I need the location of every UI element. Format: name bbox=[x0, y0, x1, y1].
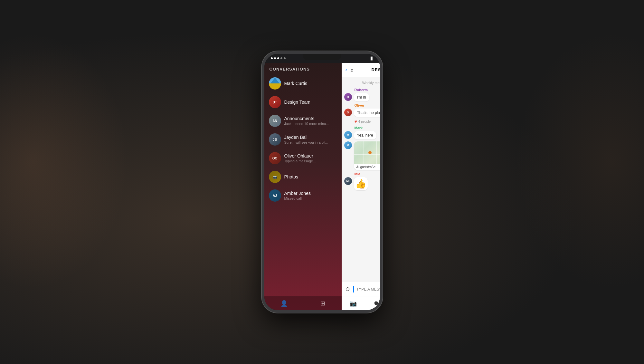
message-group-roberta: Roberta R I'm in bbox=[344, 88, 380, 101]
avatar-mark-location: M bbox=[344, 141, 352, 149]
chat-messages: Weekly meeting Roberta R I'm in O bbox=[342, 77, 380, 282]
chat-title: DESIGN TEAM bbox=[357, 67, 380, 72]
mark-avatar-letter: M bbox=[344, 131, 352, 139]
battery-icon: ▊ bbox=[371, 57, 373, 60]
phone-content: CONVERSATIONS Mark Curtis bbox=[264, 63, 380, 310]
conversation-item-amber-jones[interactable]: AJ Amber Jones Missed call bbox=[264, 186, 342, 205]
conversation-item-photos[interactable]: 📷 Photos bbox=[264, 168, 342, 186]
avatar-jayden-ball: JB bbox=[269, 133, 281, 146]
phone-wrapper: 19:07 ▊ CONVERSATIONS Mark Curtis bbox=[245, 27, 399, 337]
message-bubble-roberta: I'm in bbox=[354, 93, 369, 101]
avatar-amber-jones: AJ bbox=[269, 189, 281, 202]
map-pin bbox=[368, 151, 372, 154]
status-icons: ▊ bbox=[371, 57, 373, 60]
map-label: Auguststraße bbox=[354, 164, 380, 170]
oliver-avatar-text: OO bbox=[269, 152, 281, 164]
message-row-roberta: R I'm in bbox=[344, 93, 380, 101]
left-panel: CONVERSATIONS Mark Curtis bbox=[264, 63, 342, 310]
conv-name-mark-curtis: Mark Curtis bbox=[284, 81, 337, 86]
map-line-h1 bbox=[354, 148, 380, 148]
conversations-header: CONVERSATIONS bbox=[264, 63, 342, 74]
message-group-oliver: Oliver O That's the plan people bbox=[344, 103, 380, 117]
dot-4 bbox=[280, 57, 282, 59]
avatar-mark: M bbox=[344, 131, 352, 139]
conv-info-oliver-ohlauer: Oliver Ohlauer Typing a message... bbox=[284, 153, 337, 163]
jayden-avatar-text: JB bbox=[269, 133, 281, 146]
conv-name-oliver-ohlauer: Oliver Ohlauer bbox=[284, 153, 337, 158]
conv-preview-amber-jones: Missed call bbox=[284, 196, 337, 200]
sender-name-mark: Mark bbox=[344, 126, 380, 130]
conv-info-mark-curtis: Mark Curtis bbox=[284, 81, 337, 86]
sender-name-oliver: Oliver bbox=[344, 103, 380, 107]
dot-1 bbox=[271, 57, 273, 59]
reaction-count: 4 people bbox=[358, 120, 371, 123]
conv-name-design-team: Design Team bbox=[284, 100, 337, 105]
message-row-mark: M Yes, here bbox=[344, 131, 380, 139]
conversation-list: Mark Curtis DT Design Team bbox=[264, 74, 342, 296]
back-button[interactable]: ‹ bbox=[346, 67, 347, 73]
message-bubble-oliver: That's the plan people bbox=[354, 109, 380, 117]
record-tab-icon[interactable]: ⏺ bbox=[374, 300, 379, 307]
message-group-mia: Mia Mi 👍 bbox=[344, 172, 380, 190]
person-tab-icon[interactable]: 👤 bbox=[280, 300, 288, 307]
conv-info-photos: Photos bbox=[284, 174, 337, 179]
avatar-oliver: O bbox=[344, 109, 352, 116]
conv-preview-announcements: Jack: I need 10 more minu... bbox=[284, 122, 337, 126]
message-group-mark: Mark M Yes, here bbox=[344, 126, 380, 139]
conversation-item-announcements[interactable]: AN Announcments Jack: I need 10 more min… bbox=[264, 111, 342, 130]
roberta-avatar-letter: R bbox=[344, 93, 352, 101]
left-tab-bar: 👤 ⊞ bbox=[264, 296, 342, 310]
input-divider bbox=[353, 286, 354, 292]
sender-name-mia: Mia bbox=[344, 172, 380, 176]
avatar-design-team: DT bbox=[269, 96, 281, 108]
location-bubble[interactable]: Auguststraße bbox=[354, 141, 380, 170]
signal-dots bbox=[271, 57, 286, 59]
camera-tab-icon[interactable]: 📷 bbox=[350, 300, 357, 307]
emoji-button[interactable]: ☺ bbox=[345, 286, 351, 292]
chat-input-bar: ☺ bbox=[342, 282, 380, 296]
conv-info-announcements: Announcments Jack: I need 10 more minu..… bbox=[284, 116, 337, 126]
conv-info-design-team: Design Team bbox=[284, 100, 337, 105]
design-team-avatar-text: DT bbox=[269, 96, 281, 108]
avatar-mia: Mi bbox=[344, 177, 352, 185]
oliver-avatar-letter: O bbox=[344, 109, 352, 116]
conversation-item-jayden-ball[interactable]: JB Jayden Ball Sure, I will see you in a… bbox=[264, 130, 342, 149]
system-message-weekly: Weekly meeting bbox=[344, 80, 380, 86]
dot-5 bbox=[284, 57, 286, 59]
map-line-v1 bbox=[364, 141, 364, 164]
search-button[interactable]: ⌕ bbox=[350, 67, 354, 73]
map-image bbox=[354, 141, 380, 164]
photos-avatar-text: 📷 bbox=[269, 171, 281, 183]
conv-name-photos: Photos bbox=[284, 174, 337, 179]
message-bubble-mia: 👍 bbox=[354, 177, 368, 190]
avatar-photos: 📷 bbox=[269, 171, 281, 183]
conv-name-amber-jones: Amber Jones bbox=[284, 191, 337, 196]
ann-avatar-text: AN bbox=[269, 115, 281, 127]
grid-tab-icon[interactable]: ⊞ bbox=[320, 300, 325, 307]
right-tab-bar: 📷 ⏺ ≡ bbox=[342, 296, 380, 310]
map-line-v2 bbox=[376, 141, 377, 164]
right-panel: ‹ ⌕ DESIGN TEAM Weekly meeting Roberta R bbox=[342, 63, 380, 310]
conversation-item-oliver-ohlauer[interactable]: OO Oliver Ohlauer Typing a message... bbox=[264, 149, 342, 168]
amber-avatar-text: AJ bbox=[269, 189, 281, 202]
map-line-h2 bbox=[354, 154, 380, 155]
avatar-oliver-ohlauer: OO bbox=[269, 152, 281, 164]
map-line-h3 bbox=[354, 161, 380, 161]
mark-avatar-letter-2: M bbox=[344, 141, 352, 149]
message-input[interactable] bbox=[356, 287, 380, 292]
dot-2 bbox=[274, 57, 276, 59]
message-row-oliver: O That's the plan people bbox=[344, 109, 380, 117]
conv-name-announcements: Announcments bbox=[284, 116, 337, 121]
message-row-location: M bbox=[344, 141, 380, 170]
conv-info-amber-jones: Amber Jones Missed call bbox=[284, 191, 337, 200]
heart-reaction: ♥ 4 people bbox=[344, 119, 380, 124]
mia-avatar-letter: Mi bbox=[344, 177, 352, 185]
heart-icon: ♥ bbox=[355, 119, 357, 124]
conversation-item-design-team[interactable]: DT Design Team bbox=[264, 93, 342, 111]
conv-preview-jayden-ball: Sure, I will see you in a bit... bbox=[284, 140, 337, 144]
message-bubble-mark: Yes, here bbox=[354, 131, 376, 139]
conversation-item-mark-curtis[interactable]: Mark Curtis bbox=[264, 74, 342, 93]
conv-preview-oliver-ohlauer: Typing a message... bbox=[284, 159, 337, 163]
sender-name-roberta: Roberta bbox=[344, 88, 380, 92]
conv-name-jayden-ball: Jayden Ball bbox=[284, 135, 337, 140]
